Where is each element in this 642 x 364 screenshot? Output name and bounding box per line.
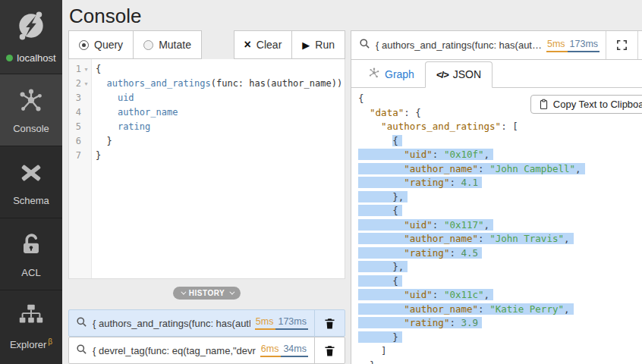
server-latency: 5ms: [546, 39, 568, 52]
history-query-text: { devrel_tag(func: eq(tag_name,"devrel…: [93, 345, 256, 356]
json-line: },: [358, 260, 642, 275]
results-panel: { authors_and_ratings(func: has(aut… 5ms…: [351, 30, 642, 364]
total-latency: 173ms: [568, 39, 600, 52]
radio-unselected-icon: [143, 40, 153, 50]
sidebar-item-explorer[interactable]: Explorerβ: [0, 290, 62, 362]
beta-badge: β: [48, 337, 52, 346]
sidebar-item-schema[interactable]: Schema: [0, 146, 62, 218]
graph-network-icon: [368, 67, 380, 81]
acl-lock-icon: [17, 231, 46, 262]
history-item[interactable]: { authors_and_ratings(func: has(author… …: [68, 309, 345, 337]
total-latency: 173ms: [275, 316, 308, 330]
page-title: Console: [62, 0, 642, 30]
chevron-down-icon: [181, 290, 186, 295]
query-panel: Query Mutate × Clear ▶: [68, 30, 345, 364]
query-mode-button[interactable]: Query: [68, 30, 134, 59]
json-line: },: [358, 359, 642, 364]
json-line: "uid": "0x10f",: [358, 148, 642, 162]
json-line: "rating": 4.5: [358, 246, 642, 261]
sidebar-nav: Console Schema: [0, 74, 62, 362]
json-line: },: [358, 190, 642, 205]
json-line: "author_name": "Katie Perry",: [358, 303, 642, 317]
clear-button[interactable]: × Clear: [234, 30, 293, 59]
tab-label: JSON: [453, 68, 481, 80]
mutate-mode-button[interactable]: Mutate: [133, 30, 202, 59]
status-dot-icon: [6, 55, 13, 61]
json-output: { "data": { "authors_and_ratings": [ { "…: [358, 92, 642, 364]
fold-gutter: [81, 134, 91, 149]
schema-pencils-icon: [17, 158, 46, 190]
json-result-view: Copy Text to Clipboard { "data": { "auth…: [351, 88, 642, 364]
json-line: {: [358, 134, 642, 149]
sidebar-item-label: Explorerβ: [10, 337, 52, 350]
result-query-bar: { authors_and_ratings(func: has(aut… 5ms…: [351, 31, 642, 60]
sidebar-item-acl[interactable]: ACL: [0, 218, 62, 290]
server-latency: 5ms: [255, 316, 276, 330]
fold-gutter: [81, 105, 91, 120]
json-line: "uid": "0x11c",: [358, 288, 642, 303]
history-item[interactable]: { devrel_tag(func: eq(tag_name,"devrel… …: [68, 337, 345, 364]
code-line: 3 uid: [69, 91, 345, 105]
code-brackets-icon: </>: [436, 69, 448, 80]
latency-indicator: 5ms173ms: [546, 39, 600, 52]
code-line: 4 author_name: [69, 105, 345, 120]
json-line: {: [358, 204, 642, 218]
code-line: 7}: [69, 149, 345, 163]
explorer-tree-icon: [17, 301, 46, 332]
sidebar-item-label: Schema: [13, 195, 49, 206]
code-line: 2▾ authors_and_ratings(func: has(author_…: [69, 77, 345, 91]
app-root: localhost: [0, 0, 642, 364]
trash-icon: [323, 317, 336, 330]
json-line: "author_name": "John Travis",: [358, 232, 642, 246]
tab-json[interactable]: </> JSON: [425, 61, 493, 88]
run-button[interactable]: ▶ Run: [291, 30, 345, 59]
fold-gutter: [81, 91, 91, 105]
copy-to-clipboard-button[interactable]: Copy Text to Clipboard: [530, 95, 642, 114]
close-results-button[interactable]: [637, 31, 642, 59]
main-area: Console Query Mutate: [62, 0, 642, 364]
fold-caret-icon: ▾: [81, 77, 91, 91]
dgraph-logo-icon: [14, 8, 49, 46]
result-query-text: { authors_and_ratings(func: has(aut…: [376, 39, 542, 51]
json-line: }: [358, 331, 642, 345]
server-latency: 6ms: [260, 344, 282, 357]
latency-indicator: 6ms34ms: [260, 344, 308, 357]
sidebar: localhost: [0, 0, 62, 364]
connection-host: localhost: [17, 52, 55, 64]
delete-history-button[interactable]: [314, 337, 345, 363]
json-line: "rating": 4.1: [358, 176, 642, 190]
connection-status: localhost: [6, 52, 55, 64]
run-play-icon: ▶: [302, 40, 310, 50]
delete-history-button[interactable]: [314, 310, 345, 336]
code-line: 6 }: [69, 134, 345, 149]
history-section: HISTORY { authors_and_ratings(func: has(…: [68, 279, 345, 364]
history-toggle[interactable]: HISTORY: [173, 287, 241, 300]
search-icon: [76, 344, 87, 358]
clear-x-icon: ×: [244, 39, 251, 51]
code-line: 1▾{: [69, 62, 345, 77]
fullscreen-button[interactable]: [606, 31, 637, 59]
radio-selected-icon: [79, 40, 89, 50]
console-graph-icon: [17, 86, 46, 118]
json-line: ]: [358, 344, 642, 359]
clipboard-icon: [539, 99, 549, 110]
sidebar-brand[interactable]: localhost: [0, 0, 62, 74]
fullscreen-icon: [615, 39, 628, 52]
latency-indicator: 5ms173ms: [255, 316, 308, 330]
json-line: "uid": "0x117",: [358, 218, 642, 233]
search-icon: [359, 38, 370, 52]
fold-caret-icon: ▾: [81, 62, 91, 77]
query-editor-lines: 1▾{2▾ authors_and_ratings(func: has(auth…: [69, 59, 345, 163]
results-tabs: Graph </> JSON: [351, 60, 642, 88]
json-line: "author_name": "John Campbell",: [358, 162, 642, 177]
tab-label: Graph: [385, 68, 414, 80]
sidebar-item-label: Console: [13, 123, 49, 134]
tab-graph[interactable]: Graph: [357, 61, 425, 88]
json-line: "authors_and_ratings": [: [358, 120, 642, 134]
query-editor[interactable]: 1▾{2▾ authors_and_ratings(func: has(auth…: [68, 59, 345, 279]
sidebar-item-label: ACL: [21, 267, 40, 278]
query-toolbar: Query Mutate × Clear ▶: [68, 30, 345, 59]
history-query-text: { authors_and_ratings(func: has(author…: [93, 318, 250, 329]
json-line: {: [358, 275, 642, 289]
sidebar-item-console[interactable]: Console: [0, 74, 62, 146]
